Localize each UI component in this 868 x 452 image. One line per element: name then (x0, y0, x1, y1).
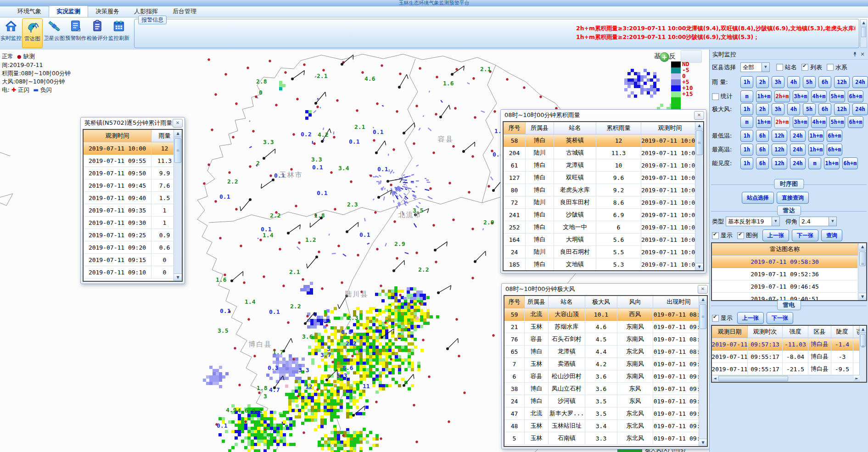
checkbox-图例[interactable]: ✔图例 (737, 231, 762, 240)
button-6h[interactable]: 6h (818, 103, 831, 115)
column-header[interactable]: 累积雨量 (596, 122, 641, 134)
button-查询[interactable]: 查询 (821, 229, 842, 241)
alarm-scrollbar[interactable]: ▲ (860, 19, 867, 48)
button-5h[interactable]: 5h (803, 76, 816, 88)
button-5h+m[interactable]: 5h+m (829, 90, 845, 102)
table-row[interactable]: 76容县石头石剑村4.5东南风2019-07-11 08:08 (504, 333, 699, 346)
button-1h[interactable]: 1h (740, 76, 753, 88)
table-row[interactable]: 38博白凤山立石村3.6东风2019-07-11 09:26 (504, 383, 699, 395)
table-row[interactable]: 80博白老虎头水库9.22019-07-11 10:00 (504, 184, 695, 196)
button-3h+m[interactable]: 3h+m (793, 116, 808, 128)
button-6h+m[interactable]: 6h+m (848, 116, 863, 128)
tab-环境气象[interactable]: 环境气象 (10, 6, 49, 17)
table-row[interactable]: 24博白沙河镇3.5东风2019-07-11 09:46 (504, 395, 699, 407)
column-header[interactable]: 序号 (504, 296, 525, 308)
table-row[interactable]: 59北流大容山顶10.1西风2019-07-11 08:47 (504, 308, 699, 321)
column-header[interactable]: 风向 (617, 296, 653, 308)
button-12h[interactable]: 12h (772, 130, 787, 142)
button-1h+m[interactable]: 1h+m (756, 90, 772, 102)
scroll-up-icon[interactable]: ▲ (861, 20, 867, 27)
button-2h+m[interactable]: 2h+m (774, 116, 790, 128)
button-6h[interactable]: 6h (756, 144, 769, 156)
table-row[interactable]: 2019-07-11 09:351 (84, 204, 174, 217)
button-3h+m[interactable]: 3h+m (793, 90, 808, 102)
button-24h[interactable]: 24h (790, 130, 806, 142)
checkbox[interactable]: ✔ (801, 64, 808, 71)
radar-image-row[interactable]: 2019-07-11 09:58:30 (712, 256, 859, 268)
button-1h[interactable]: 1h (740, 157, 753, 169)
table-row[interactable]: 58博白英桥镇122019-07-11 10:00 (504, 134, 695, 147)
button-12h[interactable]: 12h (834, 103, 850, 115)
stat-checkbox[interactable]: 统计 (712, 92, 740, 100)
column-header[interactable]: 区县 (808, 326, 831, 338)
button-1h[interactable]: 1h (740, 130, 753, 142)
column-header[interactable]: 出现时间 (653, 296, 699, 308)
table-row[interactable]: 2019-07-11 09:301 (84, 217, 174, 229)
toolbar-button-卫星云图[interactable]: 卫星云图 (44, 18, 64, 48)
column-header[interactable]: 雷达图名称 (712, 243, 858, 256)
button-4h+m[interactable]: 4h+m (811, 116, 827, 128)
toolbar-button-预警制作[interactable]: 预警制作 (65, 18, 86, 48)
window-title-rain-accum[interactable]: 08时~10时00分钟累积雨量 ✕ (501, 110, 706, 121)
table-row[interactable]: 2019-07-11 09:5511.3 (84, 155, 174, 167)
column-header[interactable]: 观测时间 (84, 130, 151, 142)
button-12h[interactable]: 12h (772, 157, 787, 169)
button-12h[interactable]: 12h (834, 76, 850, 88)
button-4h[interactable]: 4h (787, 76, 800, 88)
district-dropdown[interactable]: 全部▼ (740, 62, 770, 72)
column-header[interactable]: 强度 (783, 326, 808, 338)
table-row[interactable]: 48玉林玉林站旧址3.4东北风2019-07-11 09:09 (504, 420, 699, 432)
table-row[interactable]: 21玉林苏烟水库4.6东南风2019-07-11 09:49 (504, 321, 699, 333)
rain-accum-scrollbar[interactable]: ▲ ▼ (695, 122, 703, 270)
table-row[interactable]: 6容县松山沙田村3.6东南风2019-07-11 09:59 (504, 370, 699, 383)
button-1h+m[interactable]: 1h+m (808, 130, 824, 142)
checkbox-显示[interactable]: ✔显示 (712, 231, 737, 240)
table-row[interactable]: 2019-07-11 09:250.9 (84, 229, 174, 241)
radar-list[interactable]: 雷达图名称2019-07-11 09:58:302019-07-11 09:52… (711, 242, 867, 301)
tab-后台管理[interactable]: 后台管理 (165, 6, 204, 17)
table-row[interactable]: 7玉林卖酒镇4.2东南风2019-07-11 09:59 (504, 358, 699, 370)
button-m[interactable]: m (808, 157, 821, 169)
button-6h[interactable]: 6h (756, 130, 769, 142)
column-header[interactable]: 陡度 (831, 326, 853, 338)
button-2h[interactable]: 2h (756, 76, 769, 88)
table-row[interactable]: 241博白沙陂镇6.92019-07-11 10:00 (504, 209, 695, 221)
radar-image-row[interactable]: 2019-07-11 09:52:36 (712, 268, 859, 280)
window-max-wind[interactable]: 08时~10时00分钟极大风 ✕ 序号所属县站名极大风风向出现时间59北流大容山… (501, 283, 710, 449)
column-header[interactable]: 观测时间 (641, 122, 695, 134)
table-row[interactable]: 2019-07-11 09:150 (84, 254, 174, 266)
checkbox-列表[interactable]: ✔列表 (801, 63, 827, 72)
radar-type-dropdown[interactable]: 基本反射率19▼ (726, 217, 780, 226)
window-title-rain5min[interactable]: 英桥镇(N5702)逐5分钟累计雨量 ✕ (81, 117, 185, 128)
button-6h[interactable]: 6h (756, 157, 769, 169)
checkbox[interactable]: ✔ (712, 232, 719, 239)
toolbar-button-检验评分[interactable]: 检验评分 (87, 18, 107, 48)
table-row[interactable]: 2019-07-11 09:401.5 (84, 192, 174, 204)
button-1h+m[interactable]: 1h+m (756, 116, 772, 128)
table-row[interactable]: 185博白文地镇5.32019-07-11 10:00 (504, 258, 695, 270)
table-row[interactable]: 2019-07-1109:57:13-11.03博白县-1.4 (712, 338, 860, 351)
table-row[interactable]: 47北流新丰大罗...3.5东北风2019-07-11 09:12 (504, 407, 699, 420)
table-row[interactable]: 252博白文地一中62019-07-11 10:00 (504, 221, 695, 234)
column-header[interactable]: 极大风 (585, 296, 617, 308)
rain5min-scrollbar[interactable]: ▲ ▼ (174, 130, 182, 281)
button-m[interactable]: m (740, 90, 753, 102)
button-1h[interactable]: 1h (740, 144, 753, 156)
button-6h+m[interactable]: 6h+m (827, 144, 842, 156)
max-wind-table[interactable]: 序号所属县站名极大风风向出现时间59北流大容山顶10.1西风2019-07-11… (504, 296, 699, 446)
toolbar-button-雷达图[interactable]: 雷达图 (22, 18, 43, 48)
window-title-max-wind[interactable]: 08时~10时00分钟极大风 ✕ (502, 284, 710, 295)
tab-实况监测[interactable]: 实况监测 (49, 6, 88, 17)
max-wind-scrollbar[interactable]: ▲ ▼ (699, 296, 707, 446)
tab-决策服务[interactable]: 决策服务 (88, 6, 127, 17)
checkbox[interactable]: ✔ (737, 232, 744, 239)
radar-elev-dropdown[interactable]: 2.4▼ (799, 217, 837, 226)
column-header[interactable]: 序号 (504, 122, 526, 134)
close-icon[interactable]: ✕ (173, 119, 183, 128)
button-2h+m[interactable]: 2h+m (774, 90, 790, 102)
lightning-table[interactable]: 观测日期观测时次强度区县陡度误差2019-07-1109:57:13-11.03… (711, 325, 867, 383)
button-上一张[interactable]: 上一张 (762, 229, 789, 241)
table-row[interactable]: 164博白大垌镇5.62019-07-11 10:00 (504, 234, 695, 246)
table-row[interactable]: 127博白双旺镇9.62019-07-11 10:00 (504, 172, 695, 184)
window-rain5min[interactable]: 英桥镇(N5702)逐5分钟累计雨量 ✕ 观测时间雨量2019-07-11 10… (80, 117, 185, 284)
